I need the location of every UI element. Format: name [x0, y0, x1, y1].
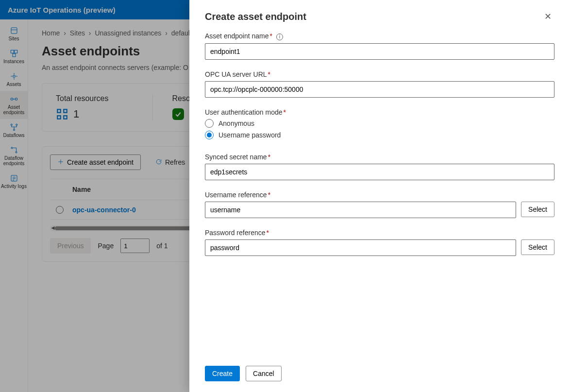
- auth-mode-username-password-radio[interactable]: Username password: [205, 131, 554, 139]
- username-reference-input[interactable]: [205, 202, 516, 218]
- password-reference-input[interactable]: [205, 239, 516, 256]
- select-username-button[interactable]: Select: [521, 202, 554, 217]
- create-asset-endpoint-panel: Create asset endpoint ✕ Asset endpoint n…: [189, 0, 570, 392]
- panel-title: Create asset endpoint: [205, 11, 306, 22]
- close-button[interactable]: ✕: [541, 11, 554, 22]
- cancel-button[interactable]: Cancel: [246, 366, 282, 381]
- field-secret-name: Synced secret name*: [205, 153, 554, 180]
- field-label: Username reference*: [205, 191, 554, 199]
- secret-name-input[interactable]: [205, 164, 554, 180]
- field-label: User authentication mode*: [205, 108, 554, 116]
- field-label: Password reference*: [205, 229, 554, 237]
- field-username-reference: Username reference* Select: [205, 191, 554, 218]
- select-password-button[interactable]: Select: [521, 239, 554, 255]
- field-label: Asset endpoint name* i: [205, 32, 554, 40]
- create-button[interactable]: Create: [205, 366, 240, 381]
- field-password-reference: Password reference* Select: [205, 229, 554, 256]
- radio-label: Username password: [218, 131, 281, 139]
- field-endpoint-name: Asset endpoint name* i: [205, 32, 554, 60]
- info-icon[interactable]: i: [276, 34, 283, 40]
- field-label: Synced secret name*: [205, 153, 554, 161]
- endpoint-name-input[interactable]: [205, 43, 554, 60]
- auth-mode-anonymous-radio[interactable]: Anonymous: [205, 119, 554, 128]
- close-icon: ✕: [544, 12, 552, 21]
- field-auth-mode: User authentication mode* Anonymous User…: [205, 108, 554, 142]
- radio-label: Anonymous: [218, 119, 254, 127]
- panel-footer: Create Cancel: [205, 358, 554, 381]
- server-url-input[interactable]: [205, 81, 554, 98]
- field-label: OPC UA server URL*: [205, 70, 554, 78]
- field-server-url: OPC UA server URL*: [205, 70, 554, 98]
